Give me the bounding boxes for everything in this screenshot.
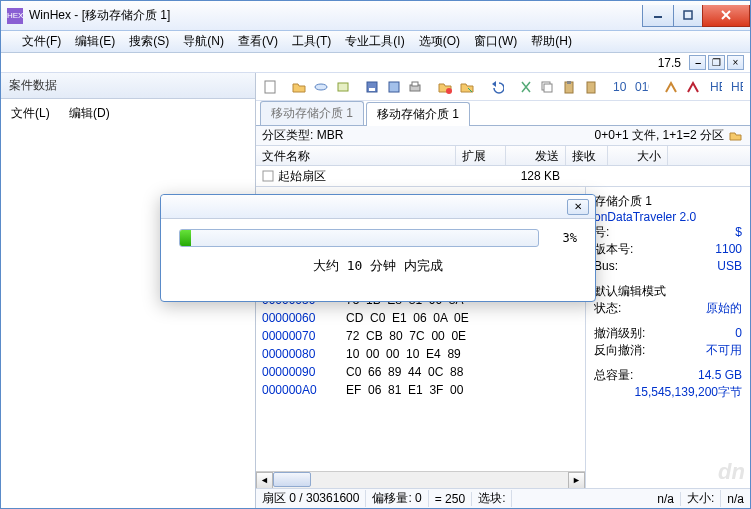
mdi-restore-button[interactable]: ❐ bbox=[708, 55, 725, 70]
copy-icon[interactable] bbox=[538, 77, 558, 97]
toolbar: 101 010 HEX HEX bbox=[256, 73, 750, 101]
status-offset: 偏移量: 0 bbox=[366, 490, 428, 507]
info-mode-header: 默认编辑模式 bbox=[594, 283, 742, 300]
mdi-minimize-button[interactable]: ‒ bbox=[689, 55, 706, 70]
svg-point-5 bbox=[315, 84, 327, 90]
read-icon[interactable] bbox=[457, 77, 477, 97]
window-title: WinHex - [移动存储介质 1] bbox=[29, 7, 643, 24]
undo-icon[interactable] bbox=[486, 77, 506, 97]
menu-file[interactable]: 文件(F) bbox=[15, 31, 68, 52]
info-total-bytes: 15,545,139,200字节 bbox=[594, 384, 742, 401]
svg-text:101: 101 bbox=[613, 80, 627, 94]
close-button[interactable] bbox=[702, 5, 750, 27]
goto-sector-icon[interactable]: HEX bbox=[726, 77, 746, 97]
menu-view[interactable]: 查看(V) bbox=[231, 31, 285, 52]
progress-close-button[interactable]: ✕ bbox=[567, 199, 589, 215]
minimize-button[interactable] bbox=[642, 5, 674, 27]
title-bar[interactable]: HEX WinHex - [移动存储介质 1] bbox=[1, 1, 750, 31]
partition-dropdown-icon[interactable] bbox=[728, 128, 744, 144]
menu-options[interactable]: 选项(O) bbox=[412, 31, 467, 52]
svg-text:HEX: HEX bbox=[731, 80, 743, 94]
file-send: 128 KB bbox=[506, 169, 566, 183]
mdi-close-button[interactable]: × bbox=[727, 55, 744, 70]
save-sector-icon[interactable] bbox=[384, 77, 404, 97]
progress-percent: 3% bbox=[549, 231, 577, 245]
menu-edit[interactable]: 编辑(E) bbox=[68, 31, 122, 52]
case-menu-file[interactable]: 文件(L) bbox=[11, 106, 50, 120]
tab-disk-1a[interactable]: 移动存储介质 1 bbox=[260, 101, 364, 125]
info-title: 存储介质 1 bbox=[594, 193, 742, 210]
status-eq: = 250 bbox=[429, 492, 472, 506]
scroll-thumb[interactable] bbox=[273, 472, 311, 487]
find-icon[interactable] bbox=[661, 77, 681, 97]
hdr-name[interactable]: 文件名称 bbox=[256, 146, 456, 165]
version-row: 17.5 ‒ ❐ × bbox=[1, 53, 750, 73]
save-icon[interactable] bbox=[362, 77, 382, 97]
case-data-header: 案件数据 bbox=[1, 73, 255, 99]
editor-tabs: 移动存储介质 1 移动存储介质 1 bbox=[256, 101, 750, 125]
filelist-header: 文件名称 扩展 发送 接收 大小 bbox=[256, 146, 750, 166]
scroll-right-icon[interactable]: ► bbox=[568, 472, 585, 489]
hex-icon[interactable]: 010 bbox=[632, 77, 652, 97]
file-icon bbox=[262, 170, 274, 182]
svg-rect-16 bbox=[567, 81, 571, 84]
filelist-row[interactable]: 起始扇区 128 KB bbox=[256, 166, 750, 186]
progress-dialog: ✕ 3% 大约 10 分钟 内完成 bbox=[160, 194, 596, 302]
status-sector: 扇区 0 / 30361600 bbox=[256, 490, 366, 507]
hex-hscrollbar[interactable]: ◄ ► bbox=[256, 471, 585, 488]
open-memory-icon[interactable] bbox=[333, 77, 353, 97]
case-menu-edit[interactable]: 编辑(D) bbox=[69, 106, 110, 120]
menu-tools[interactable]: 工具(T) bbox=[285, 31, 338, 52]
svg-rect-6 bbox=[338, 83, 348, 91]
progress-message: 大约 10 分钟 内完成 bbox=[179, 257, 577, 275]
tab-disk-1b[interactable]: 移动存储介质 1 bbox=[366, 102, 470, 126]
menu-navigate[interactable]: 导航(N) bbox=[176, 31, 231, 52]
hdr-recv[interactable]: 接收 bbox=[566, 146, 608, 165]
menu-help[interactable]: 帮助(H) bbox=[524, 31, 579, 52]
menu-protools[interactable]: 专业工具(I) bbox=[338, 31, 411, 52]
find-hex-icon[interactable] bbox=[683, 77, 703, 97]
case-data-tree[interactable] bbox=[1, 128, 255, 508]
version-label: 17.5 bbox=[658, 56, 681, 70]
print-icon[interactable] bbox=[406, 77, 426, 97]
goto-icon[interactable]: HEX bbox=[705, 77, 725, 97]
status-bar: 扇区 0 / 30361600 偏移量: 0 = 250 选块: n/a 大小:… bbox=[256, 488, 750, 508]
svg-rect-9 bbox=[389, 82, 399, 92]
progress-fill bbox=[180, 230, 191, 246]
maximize-button[interactable] bbox=[673, 5, 703, 27]
svg-rect-8 bbox=[369, 88, 375, 91]
partition-type-label: 分区类型: MBR bbox=[262, 127, 595, 144]
hdr-ext[interactable]: 扩展 bbox=[456, 146, 506, 165]
svg-rect-11 bbox=[412, 82, 418, 86]
svg-point-12 bbox=[446, 88, 452, 94]
scroll-left-icon[interactable]: ◄ bbox=[256, 472, 273, 489]
progress-bar bbox=[179, 229, 539, 247]
open-folder-icon[interactable] bbox=[290, 77, 310, 97]
svg-rect-4 bbox=[265, 81, 275, 93]
menu-bar: 文件(F) 编辑(E) 搜索(S) 导航(N) 查看(V) 工具(T) 专业工具… bbox=[1, 31, 750, 53]
svg-text:HEX: HEX bbox=[710, 80, 722, 94]
partition-summary: 0+0+1 文件, 1+1=2 分区 bbox=[595, 127, 724, 144]
paste-icon[interactable] bbox=[559, 77, 579, 97]
partition-row: 分区类型: MBR 0+0+1 文件, 1+1=2 分区 bbox=[256, 126, 750, 146]
app-icon: HEX bbox=[7, 8, 23, 24]
file-name: 起始扇区 bbox=[278, 168, 326, 185]
open-disk-icon[interactable] bbox=[311, 77, 331, 97]
paste-zero-icon[interactable] bbox=[581, 77, 601, 97]
new-file-icon[interactable] bbox=[260, 77, 280, 97]
svg-rect-14 bbox=[544, 84, 552, 92]
case-data-menu: 文件(L) 编辑(D) bbox=[1, 99, 255, 128]
bin-icon[interactable]: 101 bbox=[610, 77, 630, 97]
info-panel: 存储介质 1 onDataTraveler 2.0 号:$ 版本号:1100 B… bbox=[585, 187, 750, 488]
menu-search[interactable]: 搜索(S) bbox=[122, 31, 176, 52]
svg-text:010: 010 bbox=[635, 80, 649, 94]
write-icon[interactable] bbox=[435, 77, 455, 97]
svg-rect-17 bbox=[587, 82, 595, 93]
menu-window[interactable]: 窗口(W) bbox=[467, 31, 524, 52]
hdr-size[interactable]: 大小 bbox=[608, 146, 668, 165]
cut-icon[interactable] bbox=[516, 77, 536, 97]
svg-rect-22 bbox=[263, 171, 273, 181]
info-device: onDataTraveler 2.0 bbox=[594, 210, 742, 224]
svg-rect-1 bbox=[684, 11, 692, 19]
hdr-send[interactable]: 发送 bbox=[506, 146, 566, 165]
